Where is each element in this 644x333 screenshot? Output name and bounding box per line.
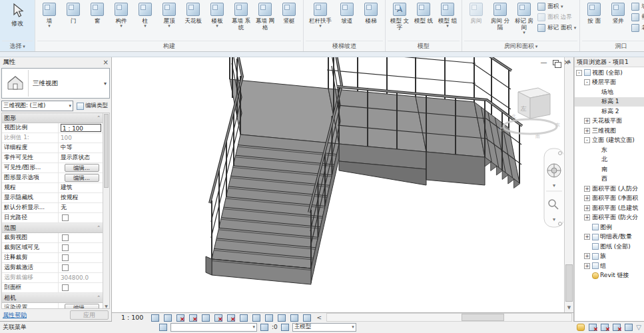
section-box-checkbox[interactable]: [62, 284, 69, 291]
tree-item-floor-plans[interactable]: -楼层平面: [575, 78, 644, 88]
tag-area-button[interactable]: 标记 面积▾: [537, 23, 576, 33]
canvas-vertical-scrollbar[interactable]: ▲ ▼: [564, 57, 573, 312]
navbar-zoom-menu-icon[interactable]: ▾: [553, 216, 555, 222]
vertical-opening-button[interactable]: 垂直: [631, 12, 644, 23]
type-selector[interactable]: 三维视图 ▾: [1, 68, 110, 99]
design-options-icon[interactable]: [280, 323, 290, 331]
ceiling-button[interactable]: 天花板: [181, 1, 205, 24]
floor-button[interactable]: 楼板▾: [205, 1, 229, 28]
curtain-grid-button[interactable]: 幕墙 网格: [253, 1, 277, 31]
railing-button[interactable]: 栏杆扶手▾: [306, 1, 335, 28]
room-separator-button[interactable]: 房间 分隔: [488, 1, 512, 31]
tree-item-schedules[interactable]: +明细表/数量: [575, 232, 644, 242]
close-icon[interactable]: ×: [103, 59, 109, 66]
reveal-hidden-elements-icon[interactable]: [263, 313, 274, 322]
active-workset-select[interactable]: ▾: [170, 323, 257, 332]
minimize-icon[interactable]: —: [541, 59, 547, 67]
tree-item-legends[interactable]: 图例: [575, 222, 644, 232]
tree-item-3d-views[interactable]: +三维视图: [575, 126, 644, 136]
tree-item-elevations[interactable]: -立面 (建筑立面): [575, 136, 644, 146]
ramp-button[interactable]: 坡道: [335, 1, 359, 24]
properties-scrollbar[interactable]: ▼: [103, 113, 109, 308]
model-text-button[interactable]: A模型 文字: [388, 1, 412, 31]
navbar-wheel-menu-icon[interactable]: ▾: [553, 182, 555, 188]
section-header-extents[interactable]: 范围⌃: [2, 223, 103, 233]
drawing-canvas[interactable]: 左 北 东 南 西: [112, 57, 564, 312]
tree-item-area-plan-fire[interactable]: +面积平面 (防火分: [575, 213, 644, 223]
annotation-crop-checkbox[interactable]: [62, 254, 69, 261]
window-button[interactable]: 窗: [85, 1, 109, 24]
section-header-graphics[interactable]: 图形⌃: [2, 113, 103, 123]
tree-item-site[interactable]: 场地: [575, 87, 644, 97]
column-button[interactable]: 柱▾: [133, 1, 157, 28]
component-button[interactable]: 构件▾: [109, 1, 133, 28]
tree-item-sheets[interactable]: 图纸 (全部): [575, 242, 644, 252]
room-area-group-label[interactable]: 房间和面积▾: [464, 41, 577, 51]
temporary-hide-isolate-icon[interactable]: [250, 313, 261, 322]
worksets-icon[interactable]: [159, 323, 168, 331]
tree-item-west[interactable]: 西: [575, 174, 644, 184]
drag-elements-on-selection-toggle[interactable]: [624, 323, 633, 331]
tree-item-ceiling-plans[interactable]: +天花板平面: [575, 117, 644, 127]
detail-level-field[interactable]: 中等: [58, 143, 103, 153]
tree-item-south[interactable]: 南: [575, 165, 644, 174]
select-elements-by-face-toggle[interactable]: [612, 323, 621, 331]
tree-item-level-1[interactable]: 标高 1: [575, 97, 644, 107]
tree-item-north[interactable]: 北: [575, 155, 644, 165]
tree-item-revit-links[interactable]: Revit 链接: [575, 271, 644, 281]
navigation-bar[interactable]: ▾ ▾: [544, 149, 563, 227]
tree-item-area-plan-civil-defense[interactable]: +面积平面 (人防分: [575, 184, 644, 194]
modify-button[interactable]: 修改: [2, 1, 33, 27]
show-constraints-icon[interactable]: [301, 313, 312, 322]
scroll-down-icon[interactable]: ▼: [103, 304, 109, 308]
opening-by-face-button[interactable]: 按 面: [582, 1, 606, 24]
tree-item-families[interactable]: +族: [575, 252, 644, 262]
detail-level-icon[interactable]: [149, 313, 160, 322]
parts-visibility-field[interactable]: 显示原状态: [58, 153, 103, 163]
tree-item-groups[interactable]: +组: [575, 261, 644, 271]
sun-path-icon[interactable]: [174, 313, 185, 322]
tree-item-level-2[interactable]: 标高 2: [575, 107, 644, 117]
room-button[interactable]: 房间: [464, 1, 488, 24]
default-analysis-display-field[interactable]: 无: [58, 203, 103, 212]
editing-requests-icon[interactable]: [260, 323, 269, 331]
visual-style-icon[interactable]: [162, 313, 172, 322]
rendering-dialog-icon[interactable]: [200, 313, 210, 322]
instance-selector[interactable]: 三维视图: (三维)▾: [1, 101, 73, 111]
roof-button[interactable]: 屋顶▾: [157, 1, 181, 28]
graphic-display-options-edit-button[interactable]: 编辑...: [65, 174, 99, 182]
canvas-horizontal-scrollbar[interactable]: [326, 313, 572, 322]
tree-item-views[interactable]: -视图 (全部): [575, 68, 644, 78]
dormer-opening-button[interactable]: 老虎窗: [631, 23, 644, 33]
temporary-view-properties-icon[interactable]: [276, 313, 286, 322]
select-underlay-elements-toggle[interactable]: [588, 323, 597, 331]
active-design-option-select[interactable]: 主模型▾: [292, 323, 356, 332]
restore-icon[interactable]: [553, 60, 559, 65]
section-header-camera[interactable]: 相机⌃: [2, 293, 103, 303]
shaft-opening-button[interactable]: 竖井: [606, 1, 630, 24]
scroll-down-icon[interactable]: ▼: [565, 304, 573, 312]
tree-item-east[interactable]: 东: [575, 145, 644, 155]
wall-opening-button[interactable]: 墙: [631, 1, 644, 12]
far-clip-active-checkbox[interactable]: [62, 264, 69, 271]
selection-filter-icon[interactable]: ▽: [636, 324, 641, 331]
shadows-icon[interactable]: [187, 313, 198, 322]
crop-view-checkbox[interactable]: [62, 234, 69, 241]
scrollbar-thumb[interactable]: [462, 314, 504, 321]
wall-button[interactable]: 墙▾: [37, 1, 61, 28]
mullion-button[interactable]: 竖梃: [277, 1, 301, 24]
properties-help-link[interactable]: 属性帮助: [3, 311, 27, 320]
scrollbar-thumb[interactable]: [104, 114, 109, 188]
worksharing-display-icon[interactable]: [288, 313, 299, 322]
visibility-graphics-edit-button[interactable]: 编辑...: [65, 164, 99, 172]
select-pinned-elements-toggle[interactable]: [600, 323, 609, 331]
model-line-button[interactable]: 模型 线: [412, 1, 436, 24]
door-button[interactable]: 门: [61, 1, 85, 24]
crop-region-visible-checkbox[interactable]: [62, 244, 69, 251]
tree-item-area-plan-net[interactable]: +面积平面 (净面积: [575, 194, 644, 204]
scrollbar-thumb[interactable]: [565, 264, 573, 302]
area-boundary-button[interactable]: 面积 边界: [537, 12, 576, 23]
crop-view-icon[interactable]: [212, 313, 223, 322]
model-group-button[interactable]: 模型 组▾: [436, 1, 460, 28]
sun-path-checkbox[interactable]: [62, 214, 69, 221]
